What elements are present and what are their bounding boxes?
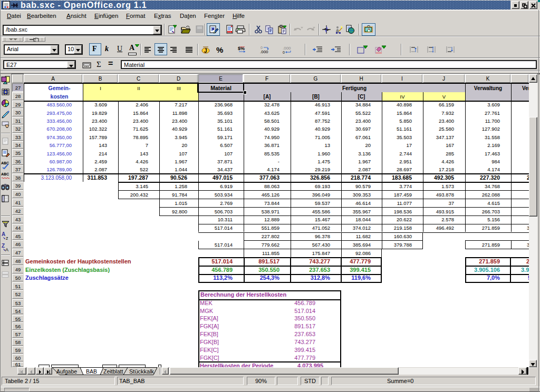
svg-text:Stückkalk: Stückkalk (129, 368, 155, 375)
svg-text:Z: Z (2, 243, 5, 249)
svg-text:z: z (6, 236, 8, 240)
svg-text:Aufgabe: Aufgabe (56, 368, 77, 375)
svg-text:BAB: BAB (86, 368, 97, 375)
svg-text:A: A (5, 247, 8, 252)
svg-text:ABC: ABC (1, 172, 9, 176)
svg-text:Zeitblatt: Zeitblatt (103, 368, 123, 375)
svg-text:A: A (2, 231, 5, 237)
